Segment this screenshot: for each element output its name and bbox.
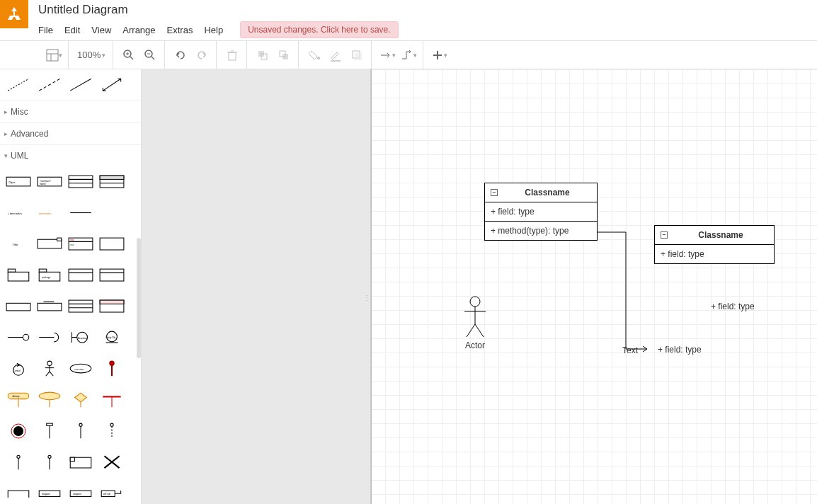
uml-shape-8[interactable] [96,202,127,224]
zoom-in-button[interactable] [119,45,139,65]
uml-shape-19[interactable] [65,295,96,318]
uml-actor[interactable] [34,357,65,380]
uml-activity[interactable]: Activity [3,389,34,411]
zoom-out-button[interactable] [140,45,160,65]
menu-extras[interactable]: Extras [167,23,193,37]
uml-shape-5[interactable]: +item:attrs [3,202,34,224]
menu-help[interactable]: Help [204,23,223,37]
svg-point-86 [110,361,114,365]
svg-rect-50 [8,273,29,282]
insert-button[interactable]: ▾ [429,45,449,65]
section-uml[interactable]: ▾UML [0,144,141,166]
edge-label[interactable]: Text [622,345,638,355]
uml-boundary[interactable]: Boundary [65,326,96,349]
floating-field-2[interactable]: + field: type [658,345,702,355]
app-logo[interactable] [0,0,28,28]
class1-method[interactable]: + method(type): type [485,222,597,240]
uml-initial[interactable] [3,420,34,442]
undo-button[interactable] [171,45,190,65]
uml-class-1[interactable]: − Classname + field: type + method(type)… [484,183,598,241]
floating-field-1[interactable]: + field: type [711,302,755,311]
redo-button[interactable] [192,45,212,65]
uml-lifeline2[interactable] [96,420,127,442]
uml-shape-3[interactable] [65,171,96,193]
svg-text:Object: Object [8,181,15,184]
delete-button[interactable] [222,45,242,65]
uml-state[interactable] [34,389,65,411]
waypoints-button[interactable]: ▾ [399,45,418,65]
uml-shape-20[interactable] [96,295,127,318]
svg-line-26 [70,79,91,91]
uml-entity[interactable]: Entity Obj [96,326,127,349]
uml-end2[interactable] [34,451,65,474]
uml-bar[interactable] [34,420,65,442]
canvas[interactable]: − Classname + field: type + method(type)… [371,69,817,504]
save-notice[interactable]: Unsaved changes. Click here to save. [240,21,398,38]
svg-line-4 [130,57,133,59]
uml-control[interactable]: Control [3,357,34,380]
svg-text:row: row [70,239,74,242]
uml-decision[interactable] [65,389,96,411]
uml-shape-4[interactable] [96,171,127,193]
uml-shape-11[interactable]: rowrow [65,233,96,256]
collapse-icon[interactable]: − [491,189,498,196]
uml-lifeline[interactable] [65,420,96,442]
actor-shape[interactable]: Actor [457,296,493,350]
uml-shape-15[interactable] [65,264,96,287]
menu-arrange[interactable]: Arrange [122,23,155,37]
diagram-title[interactable]: Untitled Diagram [38,0,817,18]
uml-class-2[interactable]: − Classname + field: type [654,225,775,264]
uml-last1[interactable] [3,482,34,504]
uml-shape-13[interactable] [3,264,34,287]
shadow-button[interactable] [347,45,367,65]
uml-frame[interactable] [65,451,96,474]
connector-1[interactable] [598,232,654,353]
to-front-button[interactable] [253,45,273,65]
svg-rect-37 [100,176,124,180]
uml-shape-9[interactable]: Title [3,233,34,256]
section-advanced[interactable]: ▸Advanced [0,122,141,144]
uml-destroy[interactable] [96,451,127,474]
line-color-button[interactable] [326,45,345,65]
class1-title: Classname [503,188,591,197]
view-grid-button[interactable]: ▾ [44,45,64,65]
uml-shape-12[interactable] [96,233,127,256]
svg-text:package: package [42,276,50,279]
class1-field[interactable]: + field: type [485,202,597,222]
uml-shape-16[interactable] [96,264,127,287]
uml-last3[interactable]: diagram [65,482,96,504]
uml-shape-18[interactable] [34,295,65,318]
section-misc[interactable]: ▸Misc [0,101,141,122]
uml-shape-17[interactable] [3,295,34,318]
uml-fork[interactable] [96,389,127,411]
zoom-dropdown[interactable]: 100%▾ [74,50,108,60]
fill-color-button[interactable] [304,45,324,65]
shape-dotted-line[interactable] [3,74,34,96]
uml-shape-2[interactable]: «interface»Name [34,171,65,193]
uml-usecase[interactable]: use case [65,357,96,380]
uml-last2[interactable]: diagram [34,482,65,504]
collapse-icon[interactable]: − [661,231,668,239]
shape-bidir-arrow[interactable] [96,74,127,96]
uml-shape-14[interactable]: package [34,264,65,287]
uml-shape-6[interactable]: item:attrs [34,202,65,224]
sidebar-scrollbar[interactable] [137,238,141,358]
svg-rect-113 [8,491,29,498]
uml-last4[interactable]: self call [96,482,127,504]
menu-edit[interactable]: Edit [64,23,80,37]
uml-socket[interactable] [34,326,65,349]
uml-shape-7[interactable] [65,202,96,224]
uml-shape-10[interactable] [34,233,65,256]
uml-shape-1[interactable]: Object [3,171,34,193]
to-back-button[interactable] [274,45,294,65]
menu-view[interactable]: View [91,23,111,37]
class2-field[interactable]: + field: type [655,245,774,263]
connection-button[interactable]: ▾ [377,45,397,65]
uml-pin[interactable] [96,357,127,380]
shape-dashed-line[interactable] [34,74,65,96]
shape-line[interactable] [65,74,96,96]
svg-line-123 [467,324,475,337]
uml-end[interactable] [3,451,34,474]
uml-lollipop[interactable] [3,326,34,349]
menu-file[interactable]: File [38,23,53,37]
